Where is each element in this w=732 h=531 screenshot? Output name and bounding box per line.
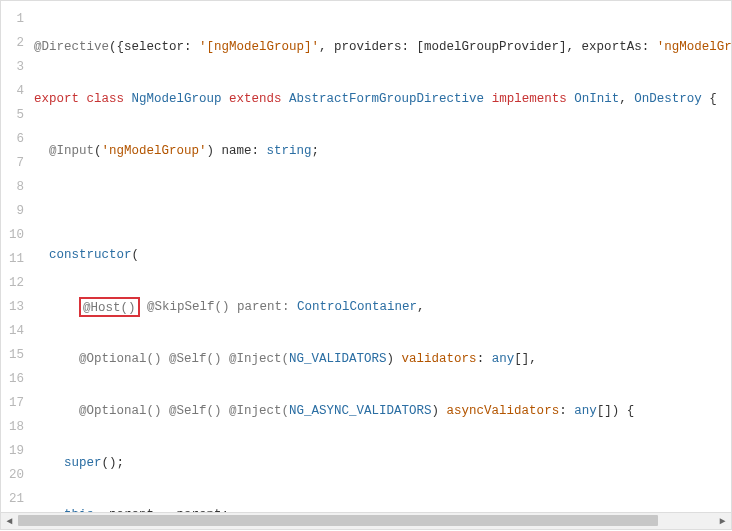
- keyword: this: [64, 508, 94, 512]
- line-number: 5: [9, 103, 24, 127]
- keyword: export: [34, 92, 79, 106]
- line-number: 14: [9, 319, 24, 343]
- scrollbar-thumb[interactable]: [18, 515, 658, 526]
- string-literal: '[ngModelGroup]': [199, 40, 319, 54]
- code-text: ): [432, 404, 447, 418]
- parameter-name: asyncValidators: [447, 404, 560, 418]
- type-name: any: [492, 352, 515, 366]
- line-number: 15: [9, 343, 24, 367]
- line-number: 3: [9, 55, 24, 79]
- scroll-right-arrow-icon[interactable]: ►: [714, 514, 731, 529]
- code-text: [34, 456, 64, 470]
- code-text: (: [132, 248, 140, 262]
- type-name: string: [267, 144, 312, 158]
- type-name: any: [574, 404, 597, 418]
- line-number: 4: [9, 79, 24, 103]
- code-text: [34, 508, 64, 512]
- function-name: constructor: [34, 248, 132, 262]
- code-text: []) {: [597, 404, 635, 418]
- code-text: ,: [619, 92, 634, 106]
- line-number: 10: [9, 223, 24, 247]
- decorator-name: @Directive: [34, 40, 109, 54]
- line-number: 17: [9, 391, 24, 415]
- class-name: AbstractFormGroupDirective: [289, 92, 484, 106]
- code-line-empty: [34, 191, 731, 215]
- code-viewer: 1 2 3 4 5 6 7 8 9 10 11 12 13 14 15 16 1…: [0, 0, 732, 513]
- line-number: 18: [9, 415, 24, 439]
- line-number: 7: [9, 151, 24, 175]
- highlighted-host-decorator: @Host(): [79, 297, 140, 317]
- code-text: ();: [102, 456, 125, 470]
- line-number: 9: [9, 199, 24, 223]
- code-text: ({selector:: [109, 40, 199, 54]
- keyword: extends: [222, 92, 290, 106]
- code-line: export class NgModelGroup extends Abstra…: [34, 87, 731, 111]
- decorator-name: @Input: [34, 144, 94, 158]
- constant-name: NG_ASYNC_VALIDATORS: [289, 404, 432, 418]
- code-line: @Optional() @Self() @Inject(NG_VALIDATOR…: [34, 347, 731, 371]
- code-text: @SkipSelf() parent:: [140, 300, 298, 314]
- code-text: :: [477, 352, 492, 366]
- code-line: super();: [34, 451, 731, 475]
- code-line: this._parent = parent;: [34, 503, 731, 512]
- parameter-name: validators: [402, 352, 477, 366]
- decorator-name: @Optional() @Self() @Inject(: [34, 352, 289, 366]
- code-text: {: [702, 92, 717, 106]
- constant-name: NG_VALIDATORS: [289, 352, 387, 366]
- class-name: NgModelGroup: [132, 92, 222, 106]
- interface-name: OnDestroy: [634, 92, 702, 106]
- code-text: ;: [312, 144, 320, 158]
- string-literal: 'ngModelGroup': [102, 144, 207, 158]
- line-number: 1: [9, 7, 24, 31]
- decorator-name: @Optional() @Self() @Inject(: [34, 404, 289, 418]
- horizontal-scrollbar[interactable]: ◄ ►: [0, 513, 732, 530]
- code-text: ._parent = parent;: [94, 508, 229, 512]
- keyword: implements: [484, 92, 574, 106]
- keyword: class: [79, 92, 132, 106]
- line-number: 11: [9, 247, 24, 271]
- line-number: 21: [9, 487, 24, 511]
- code-text: ,: [417, 300, 425, 314]
- line-number: 19: [9, 439, 24, 463]
- code-line: @Input('ngModelGroup') name: string;: [34, 139, 731, 163]
- code-text: [],: [514, 352, 537, 366]
- code-line: @Directive({selector: '[ngModelGroup]', …: [34, 35, 731, 59]
- code-text: , providers: [modelGroupProvider], expor…: [319, 40, 657, 54]
- line-number: 8: [9, 175, 24, 199]
- keyword: super: [64, 456, 102, 470]
- line-number: 6: [9, 127, 24, 151]
- line-number: 16: [9, 367, 24, 391]
- code-text: [34, 300, 79, 314]
- line-number-gutter: 1 2 3 4 5 6 7 8 9 10 11 12 13 14 15 16 1…: [1, 1, 34, 512]
- code-line: @Host() @SkipSelf() parent: ControlConta…: [34, 295, 731, 319]
- code-line: constructor(: [34, 243, 731, 267]
- code-text: ): [387, 352, 402, 366]
- line-number: 20: [9, 463, 24, 487]
- interface-name: OnInit: [574, 92, 619, 106]
- line-number: 2: [9, 31, 24, 55]
- line-number: 12: [9, 271, 24, 295]
- code-text: ) name:: [207, 144, 267, 158]
- code-text: (: [94, 144, 102, 158]
- string-literal: 'ngModelGroup': [657, 40, 731, 54]
- code-text: :: [559, 404, 574, 418]
- scroll-left-arrow-icon[interactable]: ◄: [1, 514, 18, 529]
- line-number: 13: [9, 295, 24, 319]
- class-name: ControlContainer: [297, 300, 417, 314]
- code-content[interactable]: @Directive({selector: '[ngModelGroup]', …: [34, 1, 731, 512]
- decorator-name: @Host(): [83, 301, 136, 315]
- scrollbar-track[interactable]: [18, 513, 714, 529]
- code-line: @Optional() @Self() @Inject(NG_ASYNC_VAL…: [34, 399, 731, 423]
